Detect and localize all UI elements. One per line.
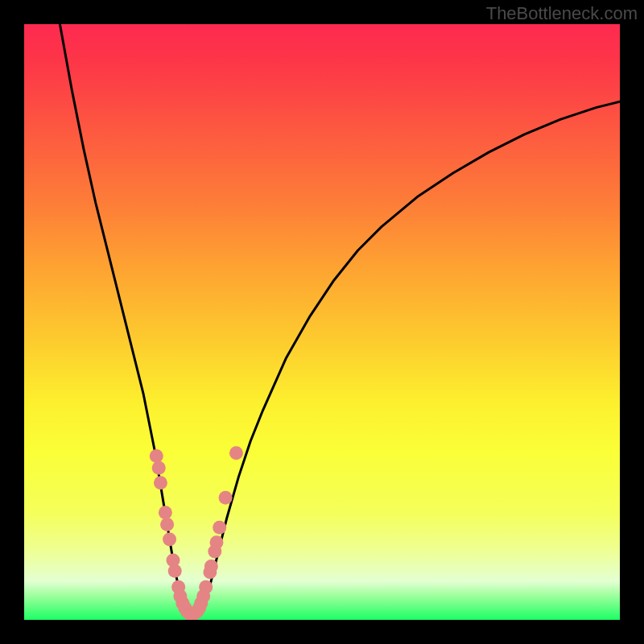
highlight-marker	[204, 559, 218, 573]
highlight-marker	[168, 564, 182, 578]
highlight-marker	[159, 506, 172, 519]
highlight-marker	[219, 491, 233, 505]
highlight-marker	[163, 533, 176, 547]
plot-area	[24, 24, 620, 620]
bottleneck-chart-svg	[24, 24, 620, 620]
highlight-marker	[210, 535, 224, 549]
highlight-marker	[199, 580, 213, 594]
highlight-marker	[229, 446, 243, 460]
highlight-marker	[154, 476, 167, 489]
chart-frame: TheBottleneck.com	[0, 0, 644, 644]
highlight-marker	[152, 461, 166, 475]
highlight-marker	[150, 449, 163, 463]
bottleneck-curve	[60, 24, 620, 614]
watermark-text: TheBottleneck.com	[486, 3, 638, 24]
highlight-marker	[213, 521, 226, 535]
highlight-marker	[160, 518, 174, 531]
